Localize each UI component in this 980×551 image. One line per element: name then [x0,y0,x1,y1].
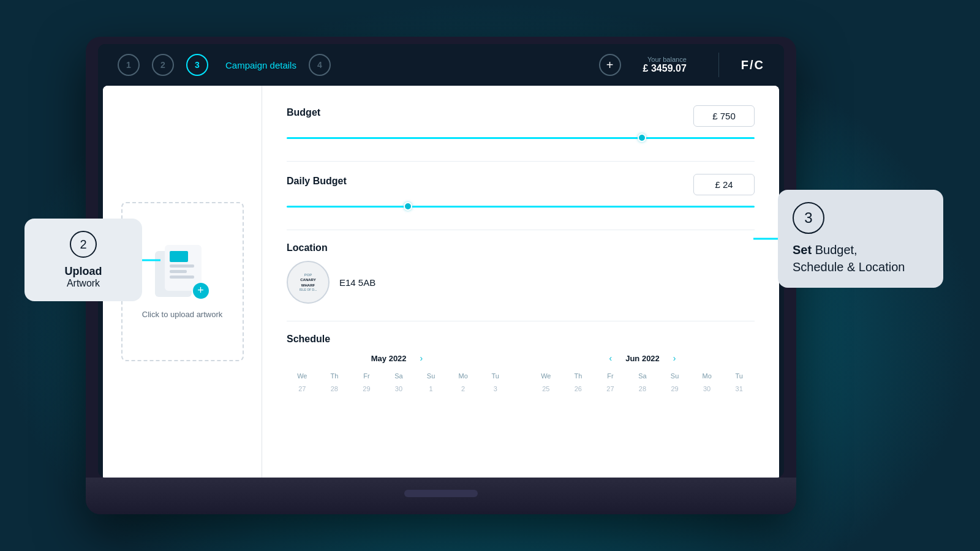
balance-value: £ 3459.07 [643,63,687,74]
may-day-28[interactable]: 28 [319,383,350,395]
jun-day-27[interactable]: 27 [595,383,626,395]
doc-blue-block [170,251,188,262]
doc-gray-line-2 [170,270,187,273]
may-day-1[interactable]: 1 [415,383,447,395]
location-map-pop: POP [300,272,317,277]
may-day-29[interactable]: 29 [351,383,382,395]
location-map[interactable]: POP CANARY WHARF ISLE OF D... [287,261,330,304]
jun-day-25[interactable]: 25 [530,383,562,395]
main-content: + Click to upload artwork Budget £ 750 [103,86,779,478]
location-map-wharf: WHARF [300,283,317,288]
jun-col-we: We [530,370,562,381]
calendar-section: May 2022 › We Th Fr Sa Su Mo [287,352,755,395]
jun-col-tu: Tu [723,370,755,381]
divider-3 [287,321,755,321]
logo: F/C [741,58,764,72]
daily-budget-section: Daily Budget £ 24 [287,174,755,212]
location-map-canary: CANARY [300,277,317,282]
calendar-jun: ‹ Jun 2022 › We Th Fr Sa Su [530,352,755,395]
doc-front-icon [165,245,202,291]
schedule-section: Schedule May 2022 › We Th [287,334,755,395]
jun-day-29[interactable]: 29 [659,383,690,395]
budget-slider[interactable] [287,132,755,144]
jun-grid: We Th Fr Sa Su Mo Tu 25 26 27 [530,370,755,395]
divider-2 [287,230,755,230]
may-col-th: Th [319,370,350,381]
location-map-isle: ISLE OF D... [300,288,317,292]
callout-3-arrow [753,238,778,240]
may-header: May 2022 › [287,352,511,364]
budget-slider-track [287,137,755,139]
callout-2-number: 2 [70,231,97,258]
doc-gray-line-3 [170,276,194,279]
step-1-circle[interactable]: 1 [118,54,140,76]
jun-col-su: Su [659,370,690,381]
app-container: 1 2 3 Campaign details 4 + Your balance … [98,44,784,478]
jun-col-mo: Mo [692,370,723,381]
callout-3-number: 3 [793,202,824,234]
callout-2-subtitle: Artwork [67,278,100,289]
add-balance-button[interactable]: + [599,54,621,76]
daily-budget-slider[interactable] [287,200,755,212]
callout-upload-artwork: 2 Upload Artwork [24,219,142,301]
callout-set-budget: 3 Set Budget,Schedule & Location [778,190,943,288]
schedule-label: Schedule [287,334,330,344]
may-col-su: Su [415,370,447,381]
daily-budget-input[interactable]: £ 24 [693,174,755,195]
budget-label: Budget [287,107,320,118]
may-next-btn[interactable]: › [417,352,427,364]
doc-gray-line-1 [170,264,194,268]
may-day-30[interactable]: 30 [383,383,415,395]
jun-day-30[interactable]: 30 [692,383,723,395]
callout-3-text: Set Budget,Schedule & Location [793,241,929,276]
laptop-shell: 1 2 3 Campaign details 4 + Your balance … [86,37,796,514]
jun-col-sa: Sa [627,370,658,381]
budget-slider-thumb[interactable] [638,133,646,142]
jun-col-th: Th [563,370,594,381]
jun-day-26[interactable]: 26 [563,383,594,395]
nav-divider [718,53,719,77]
balance-label: Your balance [647,56,687,63]
jun-header: ‹ Jun 2022 › [530,352,755,364]
jun-col-fr: Fr [595,370,626,381]
may-label: May 2022 [371,354,407,363]
calendar-may: May 2022 › We Th Fr Sa Su Mo [287,352,511,395]
budget-row: Budget £ 750 [287,105,755,127]
upload-click-text: Click to upload artwork [142,310,223,319]
divider-1 [287,161,755,162]
callout-3-bold: Set [793,243,812,257]
daily-budget-row: Daily Budget £ 24 [287,174,755,195]
may-col-sa: Sa [383,370,415,381]
callout-2-title: Upload [65,265,102,278]
daily-budget-thumb[interactable] [404,202,412,211]
step-4-circle[interactable]: 4 [309,54,331,76]
jun-next-btn[interactable]: › [669,352,680,364]
step-2-circle[interactable]: 2 [152,54,174,76]
may-day-2[interactable]: 2 [448,383,479,395]
settings-panel: Budget £ 750 Daily Budget [262,86,779,478]
may-day-27[interactable]: 27 [287,383,318,395]
jun-day-28[interactable]: 28 [627,383,658,395]
may-col-mo: Mo [448,370,479,381]
top-nav: 1 2 3 Campaign details 4 + Your balance … [98,44,784,86]
step-label: Campaign details [225,60,296,70]
callout-2-arrow [142,259,160,261]
location-row: POP CANARY WHARF ISLE OF D... E14 5AB [287,261,755,304]
upload-icon-group: + [155,245,210,300]
budget-input[interactable]: £ 750 [693,105,755,127]
may-col-tu: Tu [480,370,511,381]
may-day-3[interactable]: 3 [480,383,511,395]
may-col-we: We [287,370,318,381]
budget-section: Budget £ 750 [287,105,755,144]
may-col-fr: Fr [351,370,382,381]
may-grid: We Th Fr Sa Su Mo Tu 27 28 29 [287,370,511,395]
daily-budget-label: Daily Budget [287,176,347,187]
jun-prev-btn[interactable]: ‹ [606,352,616,364]
step-3-circle[interactable]: 3 [186,54,208,76]
location-postcode: E14 5AB [339,277,375,288]
jun-day-31[interactable]: 31 [723,383,755,395]
daily-budget-track [287,206,755,208]
upload-plus-icon: + [193,283,209,299]
laptop-base [86,478,796,514]
jun-label: Jun 2022 [625,354,660,363]
